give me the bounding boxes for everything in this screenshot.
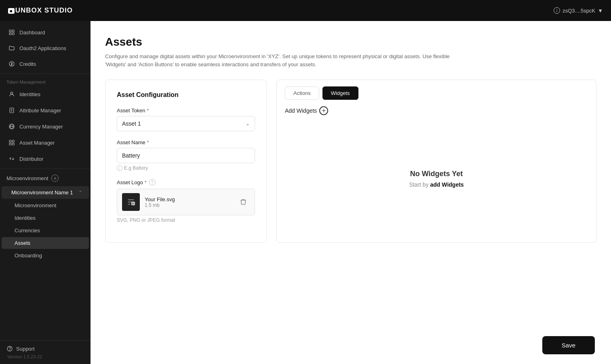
sidebar-item-label: Asset Manager bbox=[19, 140, 55, 146]
panels: Asset Configuration Asset Token * Asset … bbox=[105, 80, 596, 243]
micro-child-microenvironment[interactable]: Microenvironment bbox=[2, 200, 89, 211]
tab-widgets[interactable]: Widgets bbox=[322, 86, 358, 100]
asset-token-select-wrapper: Asset 1 Asset 2 Asset 3 ⌄ bbox=[117, 116, 255, 131]
micro-child-label: Microenvironment bbox=[15, 202, 56, 208]
micro-child-identities[interactable]: Identities bbox=[2, 212, 89, 224]
micro-child-label: Identities bbox=[15, 215, 36, 221]
svg-rect-1 bbox=[12, 30, 14, 32]
coin-icon bbox=[8, 123, 15, 130]
add-widgets-link[interactable]: add Widgets bbox=[430, 181, 464, 188]
file-delete-button[interactable] bbox=[237, 196, 250, 208]
tab-actions[interactable]: Actions bbox=[285, 86, 319, 100]
sidebar-item-label: Currency Manager bbox=[19, 124, 63, 130]
info-icon: i bbox=[554, 7, 560, 14]
tabs-row: Actions Widgets bbox=[277, 80, 596, 100]
topbar: ■UNBOX STUDIO i zsQ3....5spcK ▼ bbox=[0, 0, 611, 21]
sidebar-item-label: Identities bbox=[19, 91, 40, 97]
sidebar-item-currency-manager[interactable]: Currency Manager bbox=[2, 119, 89, 134]
sidebar-item-distributor[interactable]: Distributor bbox=[2, 151, 89, 166]
hint-text: E.g Battery bbox=[124, 165, 148, 171]
microenvironment-header[interactable]: Microenvironment + bbox=[0, 170, 91, 186]
person-icon bbox=[8, 90, 15, 98]
asset-name-group: Asset Name * i E.g Battery bbox=[117, 139, 255, 171]
microenvironment-name-label: Microenvironment Name 1 bbox=[11, 189, 73, 196]
sidebar-item-dashboard[interactable]: Dashboard bbox=[2, 25, 89, 40]
file-info: Your File.svg 1.5 mb bbox=[145, 196, 232, 208]
page-description: Configure and manage digital assets with… bbox=[105, 53, 469, 68]
asset-name-label: Asset Name * bbox=[117, 139, 255, 145]
grid-small-icon bbox=[8, 139, 15, 146]
token-management-label: Token Management bbox=[0, 76, 91, 86]
sidebar-item-label: Distributor bbox=[19, 156, 43, 162]
file-thumbnail bbox=[122, 193, 140, 211]
user-label: zsQ3....5spcK bbox=[563, 8, 595, 14]
svg-rect-11 bbox=[9, 143, 11, 145]
save-button[interactable]: Save bbox=[542, 336, 595, 354]
micro-child-label: Assets bbox=[15, 240, 30, 246]
support-icon bbox=[6, 345, 13, 352]
grid-icon bbox=[8, 29, 15, 36]
svg-point-5 bbox=[11, 92, 13, 94]
svg-rect-10 bbox=[12, 140, 14, 142]
swap-icon bbox=[8, 155, 15, 162]
add-widgets-header: Add Widgets + bbox=[277, 100, 596, 115]
sidebar-item-label: Oauth2 Applications bbox=[19, 45, 66, 51]
asset-token-select[interactable]: Asset 1 Asset 2 Asset 3 bbox=[117, 116, 255, 131]
chevron-down-icon: ▼ bbox=[598, 8, 603, 14]
svg-rect-9 bbox=[9, 140, 11, 142]
circle-dollar-icon bbox=[8, 60, 15, 67]
sidebar-item-attribute-manager[interactable]: Attribute Manager bbox=[2, 103, 89, 118]
save-btn-container: Save bbox=[542, 336, 595, 354]
svg-rect-12 bbox=[12, 143, 14, 145]
file-format-hint: SVG, PNG or JPEG format bbox=[117, 217, 255, 223]
add-microenvironment-btn[interactable]: + bbox=[51, 175, 59, 182]
file-size: 1.5 mb bbox=[145, 202, 232, 208]
version-label: Version 1.5.23-22 bbox=[6, 354, 84, 359]
asset-name-hint: i E.g Battery bbox=[117, 165, 255, 171]
sidebar-item-identities[interactable]: Identities bbox=[2, 86, 89, 102]
micro-child-label: Currencies bbox=[15, 227, 40, 234]
empty-state: No Widgets Yet Start by add Widgets bbox=[277, 115, 596, 242]
help-icon: ? bbox=[149, 179, 156, 185]
panel-title: Asset Configuration bbox=[117, 91, 255, 99]
micro-child-currencies[interactable]: Currencies bbox=[2, 225, 89, 236]
hint-icon: i bbox=[117, 165, 122, 171]
empty-title: No Widgets Yet bbox=[410, 170, 463, 178]
asset-token-label: Asset Token * bbox=[117, 107, 255, 114]
micro-child-onboarding[interactable]: Onboarding bbox=[2, 250, 89, 261]
svg-rect-3 bbox=[12, 33, 14, 35]
svg-point-14 bbox=[10, 350, 10, 351]
asset-name-input[interactable] bbox=[117, 148, 255, 163]
micro-child-assets[interactable]: Assets bbox=[2, 237, 89, 249]
add-widgets-button[interactable]: + bbox=[319, 106, 328, 115]
app-logo: ■UNBOX STUDIO bbox=[8, 6, 73, 15]
sidebar: Dashboard Oauth2 Applications Credits To… bbox=[0, 21, 91, 364]
sidebar-item-label: Credits bbox=[19, 61, 36, 67]
sidebar-item-label: Dashboard bbox=[19, 29, 45, 36]
user-menu[interactable]: i zsQ3....5spcK ▼ bbox=[554, 7, 603, 14]
asset-logo-label: Asset Logo * bbox=[117, 179, 147, 185]
asset-configuration-panel: Asset Configuration Asset Token * Asset … bbox=[105, 80, 267, 243]
sidebar-item-asset-manager[interactable]: Asset Manager bbox=[2, 135, 89, 150]
empty-sub: Start by add Widgets bbox=[409, 181, 464, 188]
microenvironment-label: Microenvironment bbox=[6, 175, 48, 181]
document-icon bbox=[8, 107, 15, 114]
file-upload-box: Your File.svg 1.5 mb bbox=[117, 189, 255, 215]
support-item[interactable]: Support bbox=[6, 345, 84, 352]
svg-rect-2 bbox=[9, 33, 11, 35]
asset-logo-group: Asset Logo * ? bbox=[117, 179, 255, 223]
widgets-panel: Actions Widgets Add Widgets + No Widgets… bbox=[276, 80, 596, 243]
folder-icon bbox=[8, 44, 15, 52]
support-label: Support bbox=[16, 346, 35, 352]
sidebar-item-oauth2[interactable]: Oauth2 Applications bbox=[2, 40, 89, 56]
micro-child-label: Onboarding bbox=[15, 252, 42, 259]
file-name: Your File.svg bbox=[145, 196, 232, 202]
asset-token-group: Asset Token * Asset 1 Asset 2 Asset 3 ⌄ bbox=[117, 107, 255, 131]
chevron-up-icon: ⌃ bbox=[78, 190, 82, 196]
main-content: Assets Configure and manage digital asse… bbox=[91, 21, 611, 364]
sidebar-item-credits[interactable]: Credits bbox=[2, 56, 89, 72]
svg-rect-0 bbox=[9, 30, 11, 32]
page-title: Assets bbox=[105, 36, 596, 48]
microenvironment-name-item[interactable]: Microenvironment Name 1 ⌃ bbox=[2, 186, 89, 199]
sidebar-item-label: Attribute Manager bbox=[19, 107, 61, 114]
